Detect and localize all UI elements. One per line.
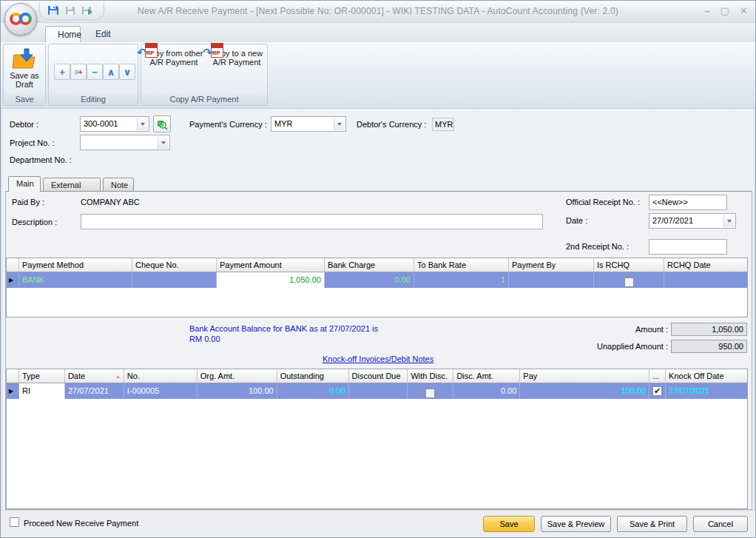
col-with-disc[interactable]: With Disc.	[408, 369, 453, 383]
cell-rchq-date[interactable]	[664, 272, 747, 288]
is-rchq-checkbox[interactable]	[624, 278, 634, 287]
chevron-down-icon[interactable]	[158, 136, 169, 149]
debtor-combobox[interactable]: 300-0001	[80, 116, 149, 132]
debtors-currency-field: MYR	[432, 118, 454, 131]
chevron-down-icon[interactable]	[334, 118, 345, 130]
col-is-rchq[interactable]: Is RCHQ	[594, 258, 664, 272]
insert-row-icon[interactable]: ≡+	[70, 64, 87, 80]
cancel-button[interactable]: Cancel	[693, 516, 748, 532]
save-button[interactable]: Save	[483, 516, 535, 532]
cell-with-disc[interactable]	[408, 383, 453, 399]
col-to-bank-rate[interactable]: To Bank Rate	[414, 258, 509, 272]
col-pay[interactable]: Pay	[520, 369, 649, 383]
knock-select-checkbox[interactable]	[652, 386, 662, 396]
cell-payment-amount[interactable]: 1,050.00	[217, 272, 325, 288]
proceed-new-checkbox[interactable]	[10, 517, 19, 527]
maximize-icon[interactable]: ▢	[720, 5, 729, 17]
tab-external-links[interactable]: External Links	[43, 178, 101, 192]
cell-no[interactable]: I-000005	[124, 383, 198, 399]
chevron-down-icon[interactable]	[723, 215, 735, 227]
save-icon[interactable]	[47, 4, 59, 16]
tab-note[interactable]: Note	[103, 178, 134, 192]
copy-to-new-button[interactable]: RP ↷ Copy to a new A/R Payment	[206, 49, 267, 67]
col-date[interactable]: Date▲	[65, 369, 124, 383]
save-as-icon[interactable]	[64, 4, 76, 16]
col-knock-off-date[interactable]: Knock Off Date	[666, 369, 747, 383]
save-preview-button[interactable]: Save & Preview	[541, 516, 611, 532]
col-payment-amount[interactable]: Payment Amount	[217, 258, 325, 272]
cell-type[interactable]: RI	[19, 383, 65, 399]
minimize-icon[interactable]: –	[705, 5, 710, 17]
knockoff-grid-row[interactable]: ▶ RI 27/07/2021 I-000005 100.00 0.00 0.0…	[7, 383, 747, 399]
add-row-icon[interactable]: +	[54, 64, 70, 80]
unapplied-amount-field: 950.00	[671, 340, 747, 353]
paid-by-value: COMPANY ABC	[81, 198, 140, 206]
move-up-icon[interactable]: ∧	[103, 64, 119, 80]
col-org-amt[interactable]: Org. Amt.	[198, 369, 277, 383]
col-discount-due[interactable]: Discount Due	[349, 369, 408, 383]
cell-cheque-no[interactable]	[132, 272, 217, 288]
description-label: Description :	[12, 218, 57, 226]
col-knock-select[interactable]: ...	[649, 369, 666, 383]
chevron-down-icon[interactable]	[137, 118, 148, 130]
cell-to-bank-rate[interactable]: 1	[414, 272, 509, 288]
with-disc-checkbox[interactable]	[425, 389, 435, 398]
tab-main[interactable]: Main	[8, 176, 41, 192]
close-icon[interactable]: ✕	[740, 5, 748, 17]
cell-discount-due[interactable]	[349, 383, 408, 399]
cell-pay[interactable]: 100.00	[520, 383, 649, 399]
tab-edit[interactable]: Edit	[84, 26, 119, 42]
debtor-lookup-button[interactable]: D	[153, 115, 171, 132]
second-receipt-label: 2nd Receipt No. :	[566, 242, 629, 251]
payments-currency-combobox[interactable]: MYR	[271, 116, 346, 132]
cell-payment-method[interactable]: BANK	[19, 272, 132, 288]
app-window: New A/R Receive Payment - [Next Possible…	[0, 0, 756, 538]
col-rchq-date[interactable]: RCHQ Date	[664, 258, 747, 272]
window-title: New A/R Receive Payment - [Next Possible…	[1, 6, 755, 16]
sort-ascending-icon: ▲	[115, 374, 121, 379]
save-as-draft-button[interactable]: Save as Draft	[4, 47, 45, 89]
cell-disc-amt[interactable]: 0.00	[453, 383, 520, 399]
knockoff-grid-header: Type Date▲ No. Org. Amt. Outstanding Dis…	[7, 369, 747, 383]
ribbon-group-editing: + ≡+ − ∧ ∨ Editing	[48, 44, 138, 106]
col-cheque-no[interactable]: Cheque No.	[132, 258, 217, 272]
cell-is-rchq[interactable]	[594, 272, 664, 288]
copy-from-other-button[interactable]: RP ↶ Copy from other A/R Payment	[143, 49, 205, 67]
logo-ring-right	[19, 13, 32, 25]
date-combobox[interactable]: 27/07/2021	[649, 213, 736, 229]
cell-knock-select[interactable]	[649, 383, 666, 399]
bank-balance-line2: RM 0.00	[189, 334, 220, 343]
row-indicator-icon: ▶	[7, 383, 19, 399]
autocount-logo[interactable]	[4, 3, 37, 36]
cell-outstanding[interactable]: 0.00	[277, 383, 349, 399]
cell-knock-off-date[interactable]: 27/07/2021	[666, 383, 747, 399]
col-payment-method[interactable]: Payment Method	[19, 258, 132, 272]
footer-bar: Proceed New Receive Payment Save Save & …	[1, 510, 755, 537]
col-outstanding[interactable]: Outstanding	[277, 369, 349, 383]
col-bank-charge[interactable]: Bank Charge	[325, 258, 414, 272]
col-payment-by[interactable]: Payment By	[509, 258, 594, 272]
col-disc-amt[interactable]: Disc. Amt.	[453, 369, 520, 383]
date-label: Date :	[566, 216, 587, 225]
col-no[interactable]: No.	[124, 369, 198, 383]
payment-grid-row[interactable]: ▶ BANK 1,050.00 0.00 1	[7, 272, 747, 288]
cell-org-amt[interactable]: 100.00	[198, 383, 277, 399]
knockoff-link[interactable]: Knock-off Invoices/Debit Notes	[323, 354, 433, 363]
remove-row-icon[interactable]: −	[87, 64, 103, 80]
move-down-icon[interactable]: ∨	[119, 64, 135, 80]
col-type[interactable]: Type	[19, 369, 65, 383]
second-receipt-input[interactable]	[649, 239, 727, 255]
cell-bank-charge[interactable]: 0.00	[325, 272, 414, 288]
paid-by-label: Paid By :	[12, 198, 44, 206]
cell-date[interactable]: 27/07/2021	[65, 383, 124, 399]
description-input[interactable]	[81, 214, 543, 229]
amount-label: Amount :	[590, 325, 668, 334]
tab-home[interactable]: Home	[45, 26, 81, 42]
save-print-button[interactable]: Save & Print	[617, 516, 687, 532]
project-combobox[interactable]	[80, 135, 170, 150]
debtor-label: Debtor :	[10, 120, 38, 129]
save-and-new-icon[interactable]	[81, 4, 93, 16]
official-receipt-input[interactable]: <<New>>	[649, 195, 727, 210]
ribbon-group-copy: RP ↶ Copy from other A/R Payment RP ↷ Co…	[141, 44, 268, 106]
cell-payment-by[interactable]	[509, 272, 594, 288]
